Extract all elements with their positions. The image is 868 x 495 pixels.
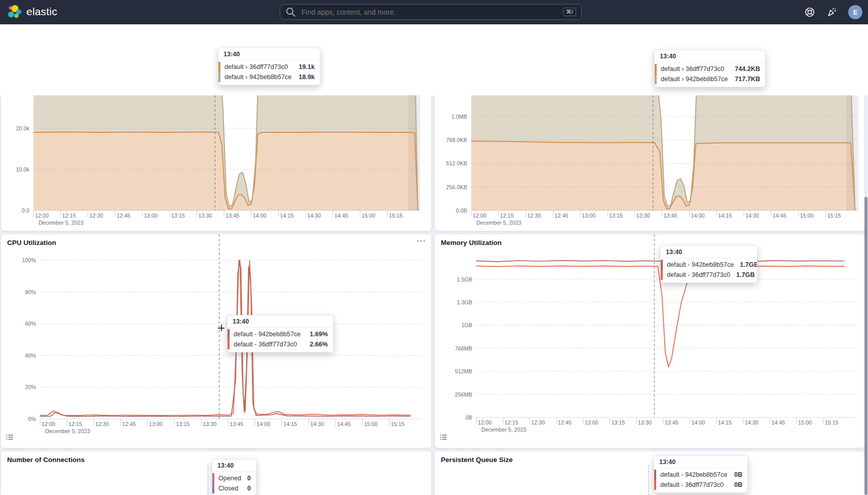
svg-text:14:00: 14:00 bbox=[256, 421, 270, 427]
svg-text:14:15: 14:15 bbox=[718, 213, 732, 219]
svg-text:512MB: 512MB bbox=[455, 368, 472, 374]
series-color-marker bbox=[654, 480, 656, 490]
svg-text:13:00: 13:00 bbox=[144, 213, 158, 219]
svg-text:12:15: 12:15 bbox=[500, 213, 514, 219]
help-icon[interactable] bbox=[804, 7, 815, 20]
panel-cpu-utilization: 100%80%60%40%20%0%12:0012:1512:3012:4513… bbox=[1, 234, 431, 448]
tooltip-cpu: 13:40 default - 942beb8b57ce1.69% defaul… bbox=[227, 315, 333, 352]
crosshair-line bbox=[649, 466, 649, 495]
svg-text:13:30: 13:30 bbox=[203, 421, 216, 427]
svg-text:12:45: 12:45 bbox=[558, 419, 572, 426]
svg-text:12:00: 12:00 bbox=[42, 421, 55, 427]
legend-toggle-icon[interactable] bbox=[439, 433, 447, 443]
svg-text:15:15: 15:15 bbox=[389, 213, 403, 219]
global-search[interactable]: ⌘/ bbox=[280, 4, 582, 20]
panel-options-icon[interactable]: ⋯ bbox=[417, 235, 426, 246]
svg-text:14:30: 14:30 bbox=[307, 213, 321, 219]
series-color-marker bbox=[661, 260, 663, 270]
svg-text:14:45: 14:45 bbox=[771, 419, 785, 426]
panel-events-chart: 20.0k10.0k0.012:0012:1512:3012:4513:0013… bbox=[1, 95, 431, 231]
svg-text:12:15: 12:15 bbox=[62, 213, 76, 219]
svg-text:13:15: 13:15 bbox=[609, 213, 623, 219]
elastic-logo-icon bbox=[7, 5, 21, 19]
svg-text:15:15: 15:15 bbox=[391, 421, 404, 427]
svg-text:14:15: 14:15 bbox=[718, 419, 732, 426]
news-party-icon[interactable] bbox=[826, 7, 838, 20]
svg-text:768MB: 768MB bbox=[455, 345, 472, 351]
svg-text:14:45: 14:45 bbox=[773, 213, 786, 219]
svg-text:14:45: 14:45 bbox=[334, 213, 348, 219]
svg-text:0B: 0B bbox=[466, 414, 472, 420]
series-color-marker bbox=[218, 62, 220, 72]
tooltip-events: 13:40 default › 36dff77d73c019.1k defaul… bbox=[218, 48, 320, 85]
svg-text:13:45: 13:45 bbox=[665, 419, 678, 426]
crosshair-plus-marker bbox=[218, 325, 224, 331]
tooltip-row: default › 36dff77d73c019.1k bbox=[218, 62, 320, 72]
svg-text:13:30: 13:30 bbox=[638, 419, 652, 426]
cpu-line-chart[interactable]: 100%80%60%40%20%0%12:0012:1512:3012:4513… bbox=[1, 234, 431, 448]
dashboard-grid: 20.0k10.0k0.012:0012:1512:3012:4513:0013… bbox=[0, 95, 868, 495]
svg-text:20.0k: 20.0k bbox=[16, 125, 30, 131]
panel-title: CPU Utilization bbox=[7, 239, 56, 246]
svg-text:13:30: 13:30 bbox=[636, 213, 650, 219]
svg-text:40%: 40% bbox=[25, 352, 36, 359]
elastic-logo[interactable]: elastic bbox=[7, 5, 57, 19]
svg-text:13:15: 13:15 bbox=[171, 213, 185, 219]
svg-text:15:00: 15:00 bbox=[798, 419, 812, 426]
panel-bytes-chart: 1.0MB768.0KB512.0KB256.0KB0.0B12:0012:15… bbox=[435, 95, 864, 231]
svg-text:15:15: 15:15 bbox=[825, 419, 839, 426]
navigation-bar: D Dashboard Cribl Metrics - Overview Ful… bbox=[0, 24, 868, 46]
panel-title: Number of Connections bbox=[7, 456, 85, 464]
tooltip-bytes: 13:40 default › 36dff77d73c0744.2KB defa… bbox=[654, 50, 766, 87]
svg-text:14:15: 14:15 bbox=[280, 213, 294, 219]
scrollbar-thumb[interactable] bbox=[864, 197, 867, 495]
tooltip-row: default - 36dff77d73c02.66% bbox=[228, 339, 333, 349]
svg-text:13:45: 13:45 bbox=[230, 421, 243, 427]
tooltip-time: 13:40 bbox=[655, 50, 765, 62]
svg-text:12:00: 12:00 bbox=[473, 213, 486, 219]
svg-text:0%: 0% bbox=[28, 416, 36, 422]
svg-text:December 5, 2023: December 5, 2023 bbox=[45, 428, 90, 434]
svg-text:100%: 100% bbox=[22, 257, 36, 263]
tooltip-row: Opened0 bbox=[212, 473, 256, 483]
svg-text:13:00: 13:00 bbox=[582, 213, 595, 219]
user-avatar[interactable]: E bbox=[848, 5, 862, 19]
tooltip-row: default - 942beb8b57ce1.7GB bbox=[661, 260, 757, 270]
panel-persistent-queue-size: Persistent Queue Size bbox=[435, 451, 864, 495]
svg-text:0.0B: 0.0B bbox=[456, 207, 467, 214]
tooltip-time: 13:40 bbox=[228, 315, 333, 328]
svg-text:1.0MB: 1.0MB bbox=[451, 114, 467, 120]
tooltip-row: Closed0 bbox=[212, 483, 256, 493]
brand-name: elastic bbox=[26, 6, 57, 18]
top-header-bar: elastic ⌘/ E bbox=[0, 0, 868, 24]
svg-text:13:30: 13:30 bbox=[198, 213, 212, 219]
global-search-input[interactable] bbox=[300, 8, 559, 17]
svg-text:14:15: 14:15 bbox=[283, 421, 297, 427]
legend-toggle-icon[interactable] bbox=[6, 433, 14, 443]
svg-text:12:30: 12:30 bbox=[89, 213, 103, 219]
tooltip-row: default › 36dff77d73c0744.2KB bbox=[655, 64, 765, 74]
svg-text:13:15: 13:15 bbox=[176, 421, 190, 427]
tooltip-row: default - 36dff77d73c00B bbox=[654, 480, 747, 490]
bytes-area-chart[interactable]: 1.0MB768.0KB512.0KB256.0KB0.0B12:0012:15… bbox=[435, 95, 864, 231]
tooltip-memory: 13:40 default - 942beb8b57ce1.7GB defaul… bbox=[660, 245, 758, 283]
svg-text:15:00: 15:00 bbox=[800, 213, 814, 219]
svg-text:December 5, 2023: December 5, 2023 bbox=[476, 220, 521, 226]
svg-text:December 5, 2023: December 5, 2023 bbox=[39, 220, 84, 226]
tooltip-time: 13:40 bbox=[654, 456, 747, 468]
svg-text:12:30: 12:30 bbox=[95, 421, 109, 427]
series-color-marker bbox=[228, 329, 230, 339]
svg-text:12:15: 12:15 bbox=[68, 421, 82, 427]
memory-line-chart[interactable]: 1.5GB1.3GB1GB768MB512MB256MB0B12:0012:15… bbox=[435, 234, 864, 448]
tooltip-time: 13:40 bbox=[212, 459, 256, 472]
svg-text:12:45: 12:45 bbox=[554, 213, 568, 219]
avatar-initial: E bbox=[853, 9, 858, 16]
events-area-chart[interactable]: 20.0k10.0k0.012:0012:1512:3012:4513:0013… bbox=[1, 95, 431, 231]
svg-text:256MB: 256MB bbox=[455, 392, 472, 398]
svg-text:12:15: 12:15 bbox=[505, 419, 518, 426]
panel-title: Persistent Queue Size bbox=[441, 456, 513, 464]
svg-text:13:15: 13:15 bbox=[611, 419, 625, 426]
svg-text:12:30: 12:30 bbox=[527, 213, 541, 219]
series-color-marker bbox=[228, 339, 230, 349]
tooltip-row: default - 942beb8b57ce1.69% bbox=[228, 329, 333, 339]
